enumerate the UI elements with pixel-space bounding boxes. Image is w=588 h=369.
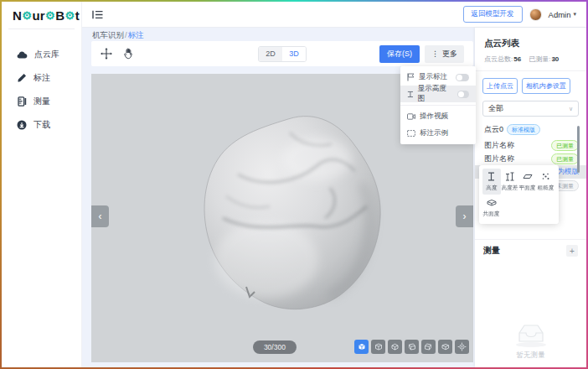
topbar-right: 返回模型开发 Admin ▾: [463, 6, 576, 23]
tool-height-diff[interactable]: 高度差: [501, 169, 519, 195]
more-button[interactable]: ⋮ 更多: [425, 45, 464, 63]
show-annotations-toggle[interactable]: [456, 74, 469, 81]
menu-item-show-heightmap[interactable]: 显示高度图: [400, 86, 476, 102]
image-list-item[interactable]: 图片名称 已测量: [475, 138, 586, 152]
prev-image-button[interactable]: ‹: [91, 205, 109, 227]
panel-actions: 上传点云 相机内参设置: [475, 71, 586, 94]
pointcloud-panel: 点云列表 点云总数:56 已测量:30 上传点云 相机内参设置 全部 ∨ 点云0: [475, 28, 586, 367]
app-logo: N⚙ur⚙B⚙t: [2, 2, 81, 29]
upload-pointcloud-button[interactable]: 上传点云: [482, 78, 518, 94]
example-frame-icon: [407, 130, 415, 137]
measure-empty-state: 暂无测量: [475, 321, 586, 367]
view-front-button[interactable]: [371, 340, 385, 354]
divider: [400, 105, 476, 106]
menu-item-tutorial-video[interactable]: 操作视频: [400, 108, 476, 125]
sidebar-item-measure[interactable]: 测量: [2, 90, 81, 113]
save-button[interactable]: 保存(S): [379, 45, 420, 63]
measure-title: 测量: [483, 245, 500, 257]
view-right-button[interactable]: [421, 340, 436, 354]
list-scrollbar[interactable]: [577, 126, 580, 173]
total-stat: 点云总数:56: [484, 55, 521, 64]
next-image-button[interactable]: ›: [456, 205, 473, 227]
camera-params-button[interactable]: 相机内参设置: [522, 78, 570, 94]
image-list-item[interactable]: 图片名称 已测量: [475, 152, 586, 165]
sidebar-item-label: 下载: [34, 119, 50, 131]
measured-badge: 已测量: [551, 153, 579, 164]
more-dropdown-menu: 显示标注 显示高度图 操作视频: [400, 66, 476, 144]
tool-height[interactable]: 高度: [482, 169, 501, 195]
logo-text: t: [75, 8, 80, 23]
image-name: 图片名称: [484, 153, 514, 164]
pan-move-icon[interactable]: [101, 48, 112, 60]
menu-item-show-annotations[interactable]: 显示标注: [400, 69, 476, 86]
menu-item-label: 标注示例: [420, 128, 448, 138]
view-default-button[interactable]: [354, 340, 369, 354]
menu-item-annotation-example[interactable]: 标注示例: [400, 125, 476, 142]
pointcloud-group[interactable]: 点云0 标准模版: [475, 122, 586, 138]
more-dots-icon: ⋮: [431, 49, 439, 58]
cloud-icon: [17, 50, 28, 60]
tool-roughness[interactable]: 粗糙度: [537, 169, 555, 195]
view-back-button[interactable]: [388, 340, 402, 354]
user-name: Admin: [549, 10, 571, 19]
viewport-toolbar: 2D 3D 保存(S) ⋮ 更多: [91, 41, 473, 66]
pen-icon: [17, 73, 27, 83]
sidebar-item-pointcloud-library[interactable]: 点云库: [2, 43, 81, 66]
tooth-3d-model[interactable]: [189, 107, 392, 310]
app-window: N⚙ur⚙B⚙t 点云库 标注 测量 下载: [0, 0, 588, 369]
measure-section-header: 测量 +: [475, 240, 586, 260]
sidebar-item-label: 点云库: [34, 49, 59, 60]
topbar: 返回模型开发 Admin ▾: [82, 2, 586, 28]
breadcrumb-current: 标注: [128, 30, 144, 39]
user-menu[interactable]: Admin ▾: [549, 10, 576, 19]
breadcrumb-section[interactable]: 机车识别: [92, 30, 124, 39]
neurobot-app: N⚙ur⚙B⚙t 点云库 标注 测量 下载: [2, 2, 586, 367]
gear-icon: ⚙: [45, 9, 55, 22]
sidebar-nav: 点云库 标注 测量 下载: [2, 29, 81, 137]
empty-text: 暂无测量: [517, 351, 545, 361]
coplanarity-icon: [487, 198, 497, 207]
view-top-button[interactable]: [438, 340, 452, 354]
toolbar-actions: 保存(S) ⋮ 更多: [379, 45, 464, 63]
empty-inbox-icon: [513, 321, 549, 348]
toolbar-icons: [101, 48, 134, 60]
tools-grid: 高度 高度差 平面度 粗糙度: [482, 169, 555, 221]
total-value: 56: [513, 55, 521, 63]
filter-select[interactable]: 全部 ∨: [482, 101, 579, 117]
logo-text: B: [55, 8, 64, 23]
measured-badge: 已测量: [551, 140, 579, 151]
flag-icon: [407, 73, 415, 81]
back-to-model-dev-button[interactable]: 返回模型开发: [463, 6, 523, 23]
sidebar: N⚙ur⚙B⚙t 点云库 标注 测量 下载: [2, 2, 82, 367]
menu-item-label: 操作视频: [420, 112, 448, 122]
menu-item-label: 显示高度图: [418, 84, 449, 104]
view-left-button[interactable]: [405, 340, 419, 354]
pointcloud-name: 点云0: [484, 124, 503, 135]
sidebar-item-annotation[interactable]: 标注: [2, 66, 81, 90]
image-name: 图片名称: [484, 140, 514, 151]
breadcrumb: 机车识别/标注: [92, 30, 144, 41]
logo-text: N: [13, 8, 22, 23]
filter-value: 全部: [488, 103, 503, 114]
add-measure-button[interactable]: +: [566, 245, 578, 257]
mode-2d-button[interactable]: 2D: [259, 47, 282, 61]
tool-flatness[interactable]: 平面度: [518, 169, 537, 195]
roughness-icon: [541, 172, 550, 181]
collapse-sidebar-icon[interactable]: [92, 10, 103, 19]
panel-title: 点云列表: [475, 28, 586, 49]
view-orientation-bar: [354, 340, 469, 354]
cube-wire-icon: [424, 342, 433, 351]
avatar[interactable]: [529, 8, 542, 21]
tool-coplanarity[interactable]: 共面度: [482, 195, 501, 221]
sidebar-item-download[interactable]: 下载: [2, 113, 81, 137]
show-heightmap-toggle[interactable]: [457, 91, 469, 98]
logo-text: ur: [33, 8, 45, 23]
measure-icon: [17, 96, 27, 107]
hand-drag-icon[interactable]: [123, 48, 134, 60]
cube-wire-icon: [441, 342, 450, 351]
measured-stat: 已测量:30: [529, 55, 559, 64]
mode-3d-button[interactable]: 3D: [282, 47, 306, 61]
more-label: 更多: [442, 49, 457, 60]
gear-icon: ⚙: [65, 9, 75, 22]
recenter-view-button[interactable]: [455, 340, 469, 354]
